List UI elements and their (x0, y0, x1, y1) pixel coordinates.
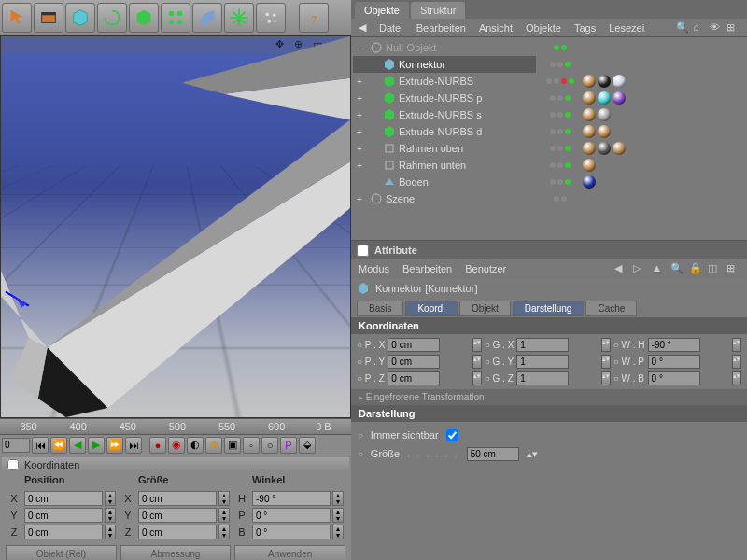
menu-bearbeiten2[interactable]: Bearbeiten (402, 263, 452, 274)
attr-P.Z[interactable] (388, 371, 440, 385)
spinner[interactable]: ▴▾ (732, 355, 741, 369)
tree-item[interactable]: Konnektor (353, 56, 536, 73)
menu-tags[interactable]: Tags (574, 22, 596, 34)
visibility-dots[interactable] (538, 123, 583, 140)
lock-icon[interactable]: 🔒 (689, 262, 702, 275)
spinner[interactable]: ▴▾ (332, 525, 344, 539)
attr-W.H[interactable] (648, 338, 700, 352)
tool-film[interactable] (34, 3, 63, 33)
expand-toggle[interactable]: + (355, 161, 364, 171)
play-back[interactable]: ◀ (69, 437, 86, 454)
spinner[interactable]: ▴▾ (105, 525, 116, 539)
viewport-3d[interactable]: ✥ ⊕ ▭ ⊞ (0, 35, 351, 418)
coord-B[interactable] (252, 525, 331, 539)
material-tag[interactable] (598, 142, 611, 155)
menu-ansicht[interactable]: Ansicht (479, 22, 513, 34)
visibility-dots[interactable] (538, 157, 583, 174)
menu-lesezei[interactable]: Lesezei (609, 22, 644, 34)
prev-key[interactable]: ⏪ (50, 437, 67, 454)
visibility-dots[interactable] (538, 73, 583, 90)
tool-primitive[interactable] (129, 3, 159, 33)
coord-X[interactable] (24, 491, 103, 506)
expand-icon2[interactable]: ⊞ (726, 262, 740, 275)
nav-fwd-icon[interactable]: ▷ (633, 262, 646, 275)
attr-G.Z[interactable] (516, 371, 569, 385)
material-tag[interactable] (613, 91, 626, 105)
spinner[interactable]: ▴▾ (601, 371, 611, 385)
spinner[interactable]: ▴▾ (472, 355, 482, 369)
expand-toggle[interactable]: + (355, 77, 364, 87)
material-tag[interactable] (613, 75, 626, 88)
attr-P.Y[interactable] (388, 355, 440, 369)
coord-H[interactable] (252, 491, 331, 506)
atab-darstellung[interactable]: Darstellung (513, 301, 585, 316)
coord-Y[interactable] (138, 508, 217, 523)
visibility-dots[interactable] (538, 190, 583, 207)
expand-toggle[interactable]: + (355, 110, 364, 120)
expand-icon[interactable]: ⊞ (726, 21, 740, 35)
tool-expand[interactable] (224, 3, 254, 33)
visibility-dots[interactable] (538, 140, 583, 157)
material-tag[interactable] (598, 108, 611, 121)
nav-back-icon[interactable]: ◀ (614, 262, 627, 275)
size-spinner[interactable]: ▴▾ (527, 448, 538, 460)
menu-modus[interactable]: Modus (359, 263, 389, 274)
material-tag[interactable] (583, 108, 596, 121)
tab-objekte[interactable]: Objekte (355, 2, 409, 19)
coord-toggle[interactable] (7, 459, 19, 470)
material-tag[interactable] (598, 125, 611, 138)
spinner[interactable]: ▴▾ (601, 355, 611, 369)
spinner[interactable]: ▴▾ (218, 508, 230, 523)
link-key[interactable]: ⬙ (299, 437, 316, 454)
expand-toggle[interactable]: + (355, 127, 364, 137)
always-visible-check[interactable] (446, 429, 458, 441)
pt-key[interactable]: ◦ (243, 437, 260, 454)
spinner[interactable]: ▴▾ (732, 338, 741, 352)
spinner[interactable]: ▴▾ (472, 371, 482, 385)
coord-P[interactable] (252, 508, 331, 523)
attr-W.P[interactable] (648, 355, 700, 369)
atab-objekt[interactable]: Objekt (459, 301, 511, 316)
material-tag[interactable] (598, 75, 611, 88)
spinner[interactable]: ▴▾ (218, 491, 230, 506)
material-tag[interactable] (598, 91, 611, 105)
spinner[interactable]: ▴▾ (105, 508, 116, 523)
spinner[interactable]: ▴▾ (105, 491, 116, 506)
spinner[interactable]: ▴▾ (332, 508, 344, 523)
tree-item[interactable]: +Szene (353, 190, 536, 207)
tree-item[interactable]: +Extrude-NURBS d (353, 123, 536, 140)
visibility-dots[interactable] (538, 56, 583, 73)
new-icon[interactable]: ◫ (708, 262, 721, 275)
tree-item[interactable]: +Extrude-NURBS s (353, 106, 536, 123)
atab-cache[interactable]: Cache (585, 301, 637, 316)
goto-end[interactable]: ⏭ (125, 437, 142, 454)
atab-koord[interactable]: Koord. (405, 301, 457, 316)
tree-item[interactable]: +Rahmen oben (353, 140, 536, 157)
play-fwd[interactable]: ▶ (88, 437, 105, 454)
frame-start[interactable] (2, 438, 30, 453)
tool-particles[interactable] (256, 3, 286, 33)
attr-toggle[interactable] (357, 245, 369, 257)
expand-toggle[interactable]: + (355, 194, 364, 204)
nav-up-icon[interactable]: ▲ (652, 262, 665, 275)
circle-key[interactable]: ○ (261, 437, 278, 454)
material-tag[interactable] (583, 91, 596, 105)
material-tag[interactable] (583, 125, 596, 138)
search-icon2[interactable]: 🔍 (670, 262, 684, 275)
spinner[interactable]: ▴▾ (218, 525, 230, 539)
visibility-dots[interactable] (538, 106, 583, 123)
attr-W.B[interactable] (648, 371, 700, 385)
material-tag[interactable] (613, 142, 626, 155)
menu-benutzer[interactable]: Benutzer (465, 263, 506, 274)
expand-toggle[interactable]: - (355, 43, 364, 53)
coord-Z[interactable] (24, 525, 103, 539)
attr-P.X[interactable] (388, 338, 440, 352)
autokey[interactable]: ◉ (168, 437, 185, 454)
attr-G.Y[interactable] (516, 355, 569, 369)
tree-item[interactable]: +Rahmen unten (353, 157, 536, 174)
menu-objekte[interactable]: Objekte (526, 22, 561, 34)
expand-toggle[interactable]: + (355, 93, 364, 104)
tool-spiral[interactable] (97, 3, 127, 33)
attr-G.X[interactable] (516, 338, 569, 352)
coord-Z[interactable] (138, 525, 217, 539)
